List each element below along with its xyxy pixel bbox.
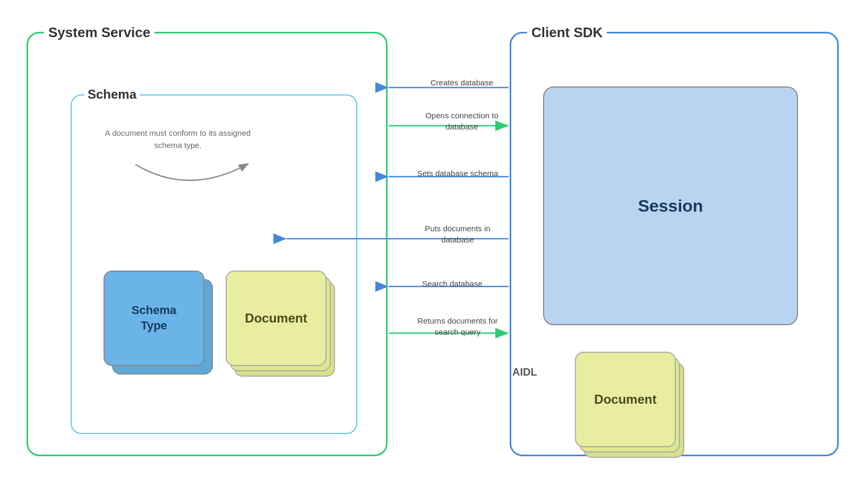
schema-curved-arrow [104, 154, 273, 196]
arrow-label-search-db: Search database [405, 278, 500, 289]
arrow-label-sets-schema: Sets database schema [405, 168, 511, 179]
schema-box: Schema A document must conform to its as… [71, 94, 357, 434]
arrow-label-creates-db: Creates database [414, 77, 510, 88]
session-card: Session [543, 86, 798, 325]
client-doc-front: Document [575, 352, 676, 447]
schema-description: A document must conform to its assigned … [104, 127, 252, 151]
arrow-label-returns-documents: Returns documents forsearch query [405, 315, 511, 337]
schema-label: Schema [84, 87, 140, 102]
document-card-front: Document [226, 271, 326, 366]
document-stack-schema: Document [226, 271, 337, 382]
document-text-schema: Document [245, 311, 307, 326]
schema-type-card-front: SchemaType [104, 271, 204, 366]
aidl-label: AIDL [512, 366, 537, 378]
arrow-label-opens-connection: Opens connection todatabase [414, 110, 510, 132]
system-service-box: System Service Schema A document must co… [27, 32, 388, 456]
schema-type-stack: SchemaType [104, 271, 210, 377]
schema-type-text: SchemaType [132, 303, 176, 333]
arrow-label-puts-documents: Puts documents indatabase [405, 223, 511, 245]
document-stack-client: Document [575, 352, 686, 463]
client-document-text: Document [594, 392, 656, 407]
system-service-label: System Service [44, 24, 154, 41]
session-text: Session [638, 196, 703, 216]
client-sdk-box: Client SDK Session Document [510, 32, 839, 456]
diagram-container: System Service Schema A document must co… [0, 0, 868, 487]
client-sdk-label: Client SDK [527, 24, 607, 41]
